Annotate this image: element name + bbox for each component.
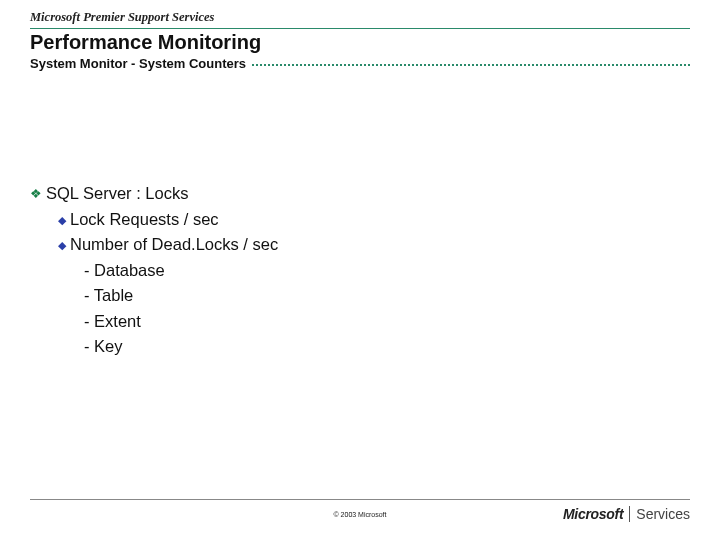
level2-text: Number of Dead.Locks / sec <box>70 232 278 258</box>
subtitle-row: System Monitor - System Counters <box>30 56 690 71</box>
content-block: ❖ SQL Server : Locks ◆ Lock Requests / s… <box>30 181 690 360</box>
list-level2: ◆ Number of Dead.Locks / sec <box>58 232 690 258</box>
subtitle: System Monitor - System Counters <box>30 56 252 71</box>
list-level3: - Database <box>84 258 690 284</box>
logo-block: Microsoft Services <box>563 506 690 522</box>
solid-diamond-icon: ◆ <box>58 212 66 229</box>
brand-line: Microsoft Premier Support Services <box>30 10 690 25</box>
footer: © 2003 Microsoft Microsoft Services <box>30 499 690 522</box>
header-rule <box>30 28 690 29</box>
logo-divider <box>629 506 630 522</box>
page-title: Performance Monitoring <box>30 31 690 54</box>
copyright-text: © 2003 Microsoft <box>333 511 386 518</box>
list-level1: ❖ SQL Server : Locks <box>30 181 690 207</box>
solid-diamond-icon: ◆ <box>58 237 66 254</box>
logo-microsoft: Microsoft <box>563 506 623 522</box>
footer-row: © 2003 Microsoft Microsoft Services <box>30 506 690 522</box>
list-level3: - Extent <box>84 309 690 335</box>
list-level3: - Table <box>84 283 690 309</box>
footer-rule <box>30 499 690 500</box>
level2-text: Lock Requests / sec <box>70 207 219 233</box>
logo-services: Services <box>636 506 690 522</box>
list-level3: - Key <box>84 334 690 360</box>
list-level2: ◆ Lock Requests / sec <box>58 207 690 233</box>
dotted-divider <box>252 64 690 66</box>
diamond-bullet-icon: ❖ <box>30 184 42 204</box>
level1-text: SQL Server : Locks <box>46 181 188 207</box>
slide: Microsoft Premier Support Services Perfo… <box>0 0 720 540</box>
